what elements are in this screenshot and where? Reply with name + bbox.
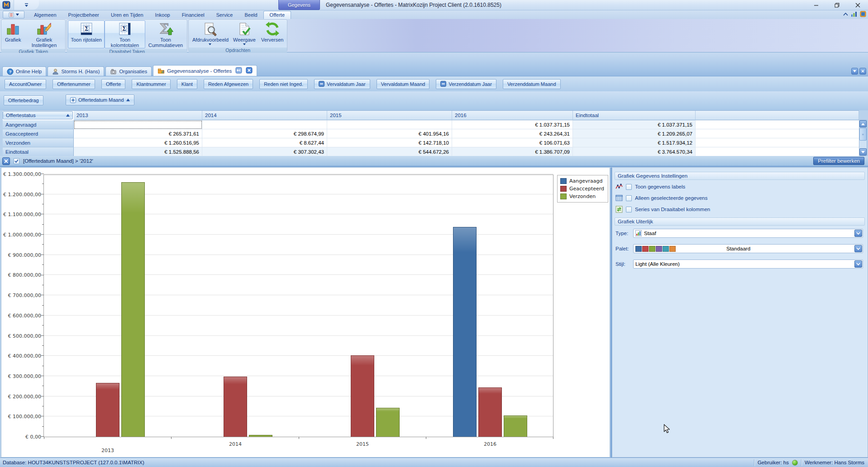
ribbon-tab-offerte[interactable]: Offerte bbox=[263, 11, 291, 19]
row-header-geaccepteerd[interactable]: Geaccepteerd bbox=[3, 129, 74, 138]
row-header-aangevraagd[interactable]: Aangevraagd bbox=[3, 120, 74, 129]
ribbon-tab-service[interactable]: Service bbox=[210, 11, 239, 19]
bar-geaccepteerd-2015[interactable] bbox=[351, 355, 374, 437]
ribbon-tab-projectbeheer[interactable]: Projectbeheer bbox=[62, 11, 105, 19]
option-toon-gegevens-labels[interactable]: Toon gegevens labels bbox=[615, 183, 863, 190]
pivot-cell[interactable]: € 1.260.516,95 bbox=[74, 138, 202, 147]
quick-help-icon[interactable] bbox=[860, 11, 866, 17]
legend-item-aangevraagd[interactable]: Aangevraagd bbox=[560, 178, 604, 184]
ribbon-tab-financieel[interactable]: Financieel bbox=[176, 11, 210, 19]
scrollbar-track[interactable] bbox=[859, 141, 867, 148]
pivot-cell[interactable] bbox=[202, 120, 327, 129]
pivot-cell[interactable]: € 1.209.265,07 bbox=[573, 129, 696, 138]
row-header-eindtotaal[interactable]: Eindtotaal bbox=[3, 147, 74, 156]
pivot-cell[interactable]: € 142.718,10 bbox=[327, 138, 452, 147]
contextual-tab-group[interactable]: Gegevens analyse bbox=[278, 0, 320, 10]
pivot-cell[interactable]: € 8.627,44 bbox=[202, 138, 327, 147]
toon-cummulatieven-button[interactable]: ΣToon Cummulatieven bbox=[145, 20, 186, 48]
pivot-cell[interactable] bbox=[74, 120, 202, 129]
pivot-cell[interactable]: € 401.954,16 bbox=[327, 129, 452, 138]
collapse-field-icon[interactable] bbox=[319, 81, 324, 87]
quick-chart-icon[interactable] bbox=[851, 11, 857, 17]
scrollbar-thumb[interactable]: ≡ bbox=[859, 128, 867, 141]
bar-verzonden-2015[interactable] bbox=[376, 408, 400, 437]
field-button-offerte[interactable]: Offerte bbox=[101, 79, 125, 89]
afdrukvoorbeeld-button[interactable]: Afdrukvoorbeeld bbox=[190, 20, 230, 47]
collapse-field-icon[interactable] bbox=[440, 81, 446, 87]
column-header-2015[interactable]: 2015 bbox=[327, 111, 452, 120]
bar-verzonden-2014[interactable] bbox=[249, 435, 272, 437]
restore-button[interactable] bbox=[826, 0, 847, 10]
bar-aangevraagd-2016[interactable] bbox=[453, 227, 477, 437]
field-button-reden-niet-inged[interactable]: Reden niet Inged. bbox=[259, 79, 308, 89]
customize-toolbar-icon[interactable] bbox=[24, 3, 29, 7]
field-button-vervaldatum-jaar[interactable]: Vervaldatum Jaar bbox=[314, 79, 370, 89]
pivot-cell[interactable]: € 544.672,26 bbox=[327, 147, 452, 156]
pivot-cell[interactable]: € 1.386.707,09 bbox=[452, 147, 573, 156]
document-tab-gegevensanalyse-offertes[interactable]: Gegevensanalyse - Offertes bbox=[153, 65, 257, 76]
legend-item-verzonden[interactable]: Verzonden bbox=[560, 193, 604, 199]
column-header-eindtotaal[interactable]: Eindtotaal bbox=[573, 111, 696, 120]
row-header-verzonden[interactable]: Verzonden bbox=[3, 138, 74, 147]
grafiek-instellingen-button[interactable]: Grafiek Instellingen bbox=[24, 20, 64, 48]
chevron-down-icon[interactable] bbox=[854, 230, 862, 237]
option-series-van-draaitabel-kolommen[interactable]: Series van Draaitabel kolommen bbox=[615, 206, 863, 213]
pivot-cell[interactable]: € 1.517.934,12 bbox=[573, 138, 696, 147]
field-button-klantnummer[interactable]: Klantnummer bbox=[132, 79, 170, 89]
expand-plus-icon[interactable] bbox=[70, 97, 76, 103]
ribbon-tab-uren-en-tijden[interactable]: Uren en Tijden bbox=[105, 11, 149, 19]
scroll-down-icon[interactable] bbox=[859, 148, 867, 156]
bar-verzonden-2016[interactable] bbox=[504, 415, 527, 437]
column-header-2016[interactable]: 2016 bbox=[452, 111, 573, 120]
document-tab-storms-h-hans[interactable]: Storms H. (Hans) bbox=[48, 66, 104, 76]
field-button-vervaldatum-maand[interactable]: Vervaldatum Maand bbox=[377, 79, 430, 89]
legend-item-geaccepteerd[interactable]: Geaccepteerd bbox=[560, 186, 604, 192]
document-tab-organisaties[interactable]: Organisaties bbox=[105, 66, 152, 76]
bar-geaccepteerd-2014[interactable] bbox=[224, 377, 247, 437]
minimize-button[interactable] bbox=[806, 0, 826, 10]
tab-list-button[interactable] bbox=[851, 68, 858, 75]
row-field-button[interactable]: Offertestatus bbox=[3, 111, 73, 119]
column-header-2013[interactable]: 2013 bbox=[74, 111, 202, 120]
grafiek-button[interactable]: Grafiek bbox=[2, 20, 24, 48]
pivot-cell[interactable]: € 1.037.371,15 bbox=[452, 120, 573, 129]
ribbon-tab-beeld[interactable]: Beeld bbox=[238, 11, 263, 19]
chevron-down-icon[interactable] bbox=[854, 245, 862, 252]
checkbox-series-van-draaitabel-kolommen[interactable] bbox=[626, 207, 632, 212]
weergave-button[interactable]: Weergave bbox=[230, 20, 258, 47]
bar-verzonden-2013[interactable] bbox=[121, 182, 145, 437]
filter-enabled-checkbox[interactable] bbox=[14, 158, 19, 164]
checkbox-toon-gegevens-labels[interactable] bbox=[626, 184, 632, 190]
pivot-cell[interactable]: € 298.674,99 bbox=[202, 129, 327, 138]
tab-close-button[interactable] bbox=[859, 68, 866, 75]
dropdown-palet[interactable]: Standaard bbox=[633, 244, 863, 253]
data-field-button[interactable]: Offertebedrag bbox=[4, 95, 43, 105]
bar-geaccepteerd-2016[interactable] bbox=[478, 387, 502, 437]
field-button-reden-afgewezen[interactable]: Reden Afgewezen bbox=[204, 79, 253, 89]
option-alleen-geselecteerde-gegevens[interactable]: Alleen geselecteerde gegevens bbox=[615, 194, 863, 202]
field-button-verzenddatum-maand[interactable]: Verzenddatum Maand bbox=[503, 79, 561, 89]
pivot-cell[interactable]: € 1.037.371,15 bbox=[573, 120, 696, 129]
toon-kolomtotalen-button[interactable]: ΣToon kolomtotalen bbox=[105, 20, 145, 48]
close-tab-icon[interactable] bbox=[246, 67, 253, 74]
pivot-cell[interactable] bbox=[327, 120, 452, 129]
pivot-cell[interactable]: € 106.071,63 bbox=[452, 138, 573, 147]
field-button-klant[interactable]: Klant bbox=[177, 79, 197, 89]
field-button-offertenummer[interactable]: Offertenummer bbox=[52, 79, 95, 89]
checkbox-alleen-geselecteerde-gegevens[interactable] bbox=[626, 195, 632, 201]
bar-geaccepteerd-2013[interactable] bbox=[96, 383, 119, 437]
close-button[interactable] bbox=[847, 0, 868, 10]
dropdown-stijl[interactable]: Light (Alle Kleuren) bbox=[633, 259, 863, 269]
quick-access-toolbar[interactable] bbox=[14, 0, 39, 10]
pin-tab-icon[interactable] bbox=[235, 67, 242, 74]
field-button-verzenddatum-jaar[interactable]: Verzenddatum Jaar bbox=[436, 79, 496, 89]
column-field-button[interactable]: Offertedatum Maand bbox=[66, 94, 134, 105]
pivot-cell[interactable]: € 3.764.570,34 bbox=[573, 147, 696, 156]
pivot-cell[interactable]: € 265.371,61 bbox=[74, 129, 202, 138]
chevron-down-icon[interactable] bbox=[854, 260, 862, 268]
column-header-2014[interactable]: 2014 bbox=[202, 111, 327, 120]
clear-filter-button[interactable] bbox=[2, 157, 10, 165]
prefilter-edit-button[interactable]: Prefilter bewerken bbox=[813, 157, 864, 165]
dropdown-type[interactable]: Staaf bbox=[633, 229, 863, 238]
ribbon-tab-inkoop[interactable]: Inkoop bbox=[149, 11, 176, 19]
